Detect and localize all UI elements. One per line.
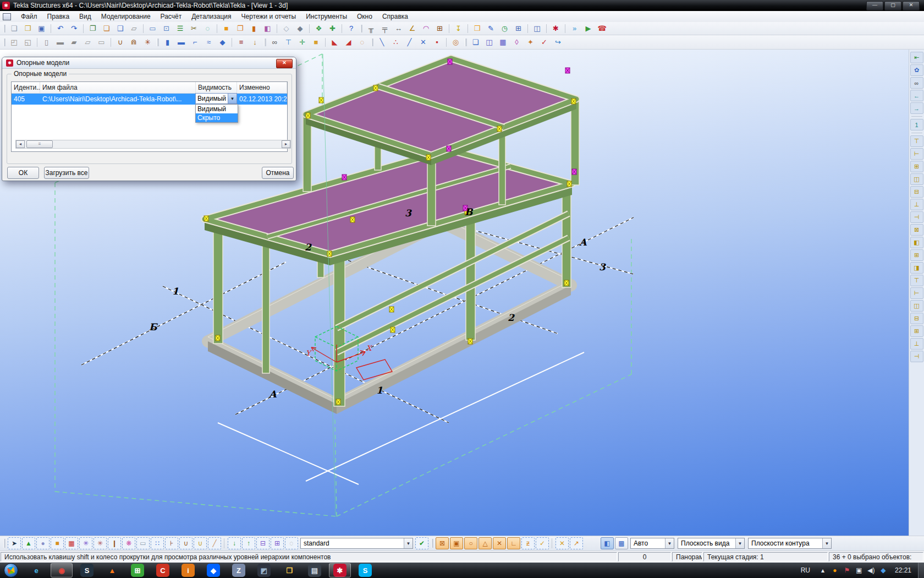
- component-icon[interactable]: ✛: [295, 36, 309, 48]
- rebar-icon[interactable]: ≡: [234, 36, 248, 48]
- end-box-icon[interactable]: ■: [309, 36, 323, 48]
- tray-network-icon[interactable]: ▣: [853, 566, 865, 574]
- bolt-hand-icon[interactable]: ⋒: [127, 36, 141, 48]
- combo-dropdown-arrow[interactable]: ▼: [228, 94, 237, 103]
- scroll-left-arrow[interactable]: ◂: [16, 140, 25, 148]
- concrete-beam-icon[interactable]: ▬: [53, 36, 67, 48]
- connection-haunch-icon[interactable]: ◧: [910, 237, 923, 248]
- select-object-down[interactable]: ⊟: [256, 537, 270, 549]
- snap-endpoint-toggle[interactable]: ▣: [450, 537, 463, 549]
- undo-icon[interactable]: ↶: [53, 23, 67, 35]
- link2-icon[interactable]: ✚: [326, 23, 339, 35]
- point-red-icon[interactable]: ▪: [430, 36, 444, 48]
- tray-dropbox-icon[interactable]: ◆: [877, 566, 889, 574]
- steel-plate-icon[interactable]: ◆: [216, 36, 229, 48]
- taskbar-chrome[interactable]: ◉: [51, 563, 73, 577]
- axis-icon[interactable]: ◎: [449, 36, 463, 48]
- snap-intersection-toggle[interactable]: ✕: [493, 537, 506, 549]
- menu-modeling[interactable]: Моделирование: [96, 12, 156, 21]
- bolt-u-icon[interactable]: ∪: [113, 36, 127, 48]
- connection-gusset-icon[interactable]: ⊠: [910, 224, 923, 236]
- select-parts-switch[interactable]: ▲: [22, 537, 35, 549]
- menu-view[interactable]: Вид: [74, 12, 96, 21]
- delete-icon[interactable]: ▱: [127, 23, 141, 35]
- snap-midpoint-toggle[interactable]: △: [479, 537, 492, 549]
- select-object-up[interactable]: ⊞: [271, 537, 284, 549]
- next-connection-icon[interactable]: →: [910, 102, 923, 114]
- new-model-icon[interactable]: ❑: [7, 23, 21, 35]
- menu-drawings[interactable]: Чертежи и отчеты: [237, 12, 301, 21]
- snap-center-toggle[interactable]: ○: [464, 537, 477, 549]
- scroll-right-arrow[interactable]: ▸: [282, 140, 290, 148]
- standard-combo[interactable]: standard▼: [300, 538, 413, 549]
- snap-points-toggle[interactable]: ⊠: [436, 537, 449, 549]
- connection-truss-icon[interactable]: ⊞: [910, 325, 923, 337]
- snap-ortho-toggle[interactable]: ↗: [570, 537, 583, 549]
- connection-brace-icon[interactable]: ⊟: [910, 313, 923, 324]
- concrete-column-icon[interactable]: ▯: [40, 36, 53, 48]
- clock-icon[interactable]: ◷: [498, 23, 512, 35]
- split-line1-icon[interactable]: ╲: [375, 36, 389, 48]
- concrete-polybeam-icon[interactable]: ▰: [67, 36, 81, 48]
- select-surfaces-switch[interactable]: ■: [51, 537, 64, 549]
- part-panel-icon[interactable]: ❐: [233, 23, 247, 35]
- pen-icon[interactable]: ✎: [484, 23, 498, 35]
- report-list-icon[interactable]: ☰: [173, 23, 187, 35]
- dialog-close-button[interactable]: ✕: [276, 59, 293, 68]
- scrollbar-thumb[interactable]: ≡: [26, 140, 53, 148]
- menu-help[interactable]: Справка: [377, 12, 413, 21]
- connection-corbel-icon[interactable]: ⊤: [910, 275, 923, 286]
- concrete-panel-icon[interactable]: ▭: [95, 36, 108, 48]
- split-line2-icon[interactable]: ╱: [403, 36, 416, 48]
- select-brush-switch[interactable]: ❙: [108, 537, 121, 549]
- column-header-modified[interactable]: Изменено: [237, 82, 287, 93]
- corner-cut1-icon[interactable]: ◣: [328, 36, 342, 48]
- concrete-slab-icon[interactable]: ▱: [81, 36, 95, 48]
- fitting-icon[interactable]: ⊤: [282, 36, 295, 48]
- minimize-button[interactable]: —: [866, 1, 883, 10]
- copy-properties-icon[interactable]: ❑: [113, 23, 127, 35]
- auto-combo[interactable]: Авто▼: [630, 538, 674, 549]
- menu-window[interactable]: Окно: [352, 12, 377, 21]
- cube1-icon[interactable]: ◰: [7, 36, 21, 48]
- taskbar-ie[interactable]: e: [25, 563, 47, 577]
- menu-tools[interactable]: Инструменты: [301, 12, 352, 21]
- select-component-switch[interactable]: ∷: [151, 537, 164, 549]
- cube2-icon[interactable]: ◱: [21, 36, 35, 48]
- taskbar-dropbox[interactable]: ◆: [202, 563, 224, 577]
- drop-point-icon[interactable]: ↓: [248, 36, 262, 48]
- ok-button[interactable]: ОК: [7, 167, 39, 179]
- connection-weld-icon[interactable]: ⊣: [910, 351, 923, 362]
- menu-analysis[interactable]: Расчёт: [156, 12, 187, 21]
- scissors-icon[interactable]: ✂: [187, 23, 201, 35]
- circle-dash-icon[interactable]: ◌: [355, 36, 369, 48]
- taskbar-z-app[interactable]: Z: [228, 563, 250, 577]
- connection-joint-icon[interactable]: ⊥: [910, 338, 923, 350]
- auto-connection-icon[interactable]: ✿: [910, 64, 923, 76]
- snap-free-toggle[interactable]: ✓: [536, 537, 549, 549]
- steel-curved-beam-icon[interactable]: ≈: [202, 36, 216, 48]
- export-icon[interactable]: ↪: [551, 36, 565, 48]
- connection-splice-icon[interactable]: ⊞: [910, 161, 923, 172]
- binoculars-icon[interactable]: ∞: [268, 36, 282, 48]
- select-bolt-switch[interactable]: ∪: [179, 537, 193, 549]
- select-grid-switch[interactable]: ▦: [65, 537, 78, 549]
- column-header-id[interactable]: Иденти...: [12, 82, 40, 93]
- part-box-icon[interactable]: ■: [219, 23, 233, 35]
- render-parts-toggle[interactable]: ◧: [601, 537, 614, 549]
- taskbar-explorer-folder[interactable]: ❒: [278, 563, 300, 577]
- phone-icon[interactable]: ☎: [595, 23, 609, 35]
- taskbar-ccleaner[interactable]: C: [152, 563, 174, 577]
- steel-beam-icon[interactable]: ▬: [174, 36, 188, 48]
- check-model-icon[interactable]: ✓: [537, 36, 551, 48]
- select-area-icon[interactable]: ◌: [201, 23, 215, 35]
- select-spray-switch[interactable]: ❋: [122, 537, 135, 549]
- measure-icon[interactable]: ↔: [392, 23, 405, 35]
- connection-seat-icon[interactable]: ⊥: [910, 199, 923, 210]
- dual-view-icon[interactable]: ◫: [482, 36, 496, 48]
- select-assembly-up[interactable]: ↑: [242, 537, 255, 549]
- model-viewport[interactable]: Y X 3В2А312БА1 ✱ Опорные модели ✕ Опорны…: [0, 50, 909, 536]
- select-weld-switch[interactable]: ∪: [194, 537, 207, 549]
- connection-rail-icon[interactable]: ⊢: [910, 287, 923, 299]
- open-model-icon[interactable]: ❒: [21, 23, 35, 35]
